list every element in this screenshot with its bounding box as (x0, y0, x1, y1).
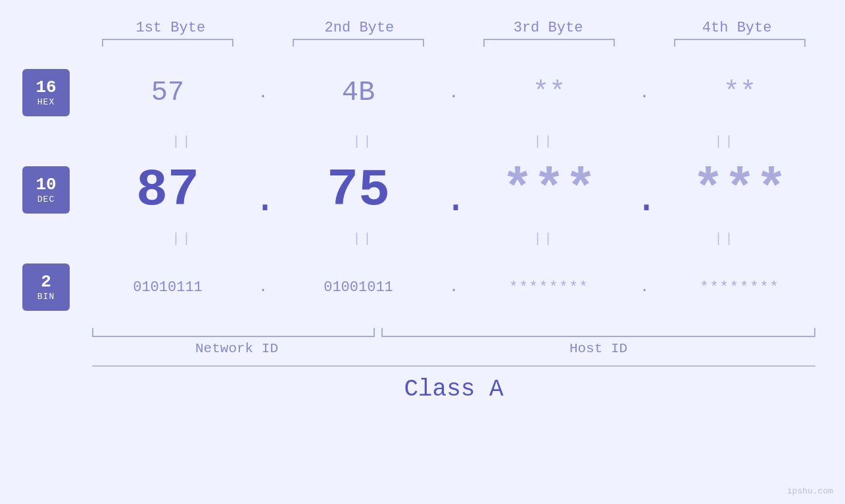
net-id-bracket (92, 328, 375, 337)
dec-dot1: . (253, 177, 273, 222)
eq1-b4: || (653, 134, 798, 149)
hex-dot2: . (444, 84, 464, 102)
dec-b1: 87 (102, 160, 233, 220)
bin-b4: ******** (674, 279, 806, 296)
hex-b4: ** (674, 77, 806, 108)
byte4-header: 4th Byte (665, 20, 809, 36)
eq1-b2: || (291, 134, 436, 149)
dec-dot3: . (635, 177, 654, 222)
equals-row-1: || || || || (0, 128, 845, 154)
network-id-label: Network ID (92, 341, 381, 356)
dec-b3: *** (483, 160, 615, 220)
dec-dot2: . (444, 177, 464, 222)
bin-b2: 01001011 (293, 279, 424, 296)
host-id-bracket (381, 328, 815, 337)
bottom-section: Network ID Host ID Class A (0, 324, 845, 403)
hex-b3: ** (483, 77, 615, 108)
dec-row: 10 DEC 87 . 75 . *** . *** (0, 154, 845, 225)
class-label: Class A (404, 376, 503, 403)
bin-row: 2 BIN 01010111 . 01001011 . ******** . *… (0, 252, 845, 323)
dec-badge: 10 DEC (22, 166, 70, 214)
eq2-b4: || (653, 231, 798, 246)
host-id-label: Host ID (381, 341, 815, 356)
eq1-b3: || (472, 134, 617, 149)
bracket-byte3 (483, 39, 615, 47)
byte1-header: 1st Byte (98, 20, 243, 36)
hex-dot3: . (635, 84, 654, 102)
main-container: 1st Byte 2nd Byte 3rd Byte 4th Byte 16 H… (0, 0, 845, 504)
bin-dot2: . (444, 279, 464, 296)
bin-b1: 01010111 (102, 279, 233, 296)
eq2-b2: || (291, 231, 436, 246)
eq2-b3: || (472, 231, 617, 246)
id-brackets: Network ID Host ID Class A (92, 324, 815, 403)
hex-dot1: . (253, 84, 273, 102)
bin-b3: ******** (483, 279, 615, 296)
bin-dot3: . (635, 279, 654, 296)
eq1-b1: || (110, 134, 255, 149)
bin-dot1: . (253, 279, 273, 296)
dec-b4: *** (674, 160, 806, 220)
hex-b2: 4B (293, 77, 424, 108)
eq2-b1: || (110, 231, 255, 246)
bracket-byte1 (102, 39, 233, 47)
class-section: Class A (92, 365, 815, 403)
bracket-byte2 (293, 39, 424, 47)
hex-row: 16 HEX 57 . 4B . ** . ** (0, 57, 845, 128)
bin-badge: 2 BIN (22, 263, 70, 311)
byte2-header: 2nd Byte (287, 20, 431, 36)
hex-b1: 57 (102, 77, 233, 108)
hex-badge: 16 HEX (22, 69, 70, 116)
watermark: ipshu.com (787, 486, 833, 496)
equals-row-2: || || || || (0, 225, 845, 252)
bracket-byte4 (674, 39, 806, 47)
dec-b2: 75 (293, 160, 424, 220)
byte3-header: 3rd Byte (476, 20, 621, 36)
